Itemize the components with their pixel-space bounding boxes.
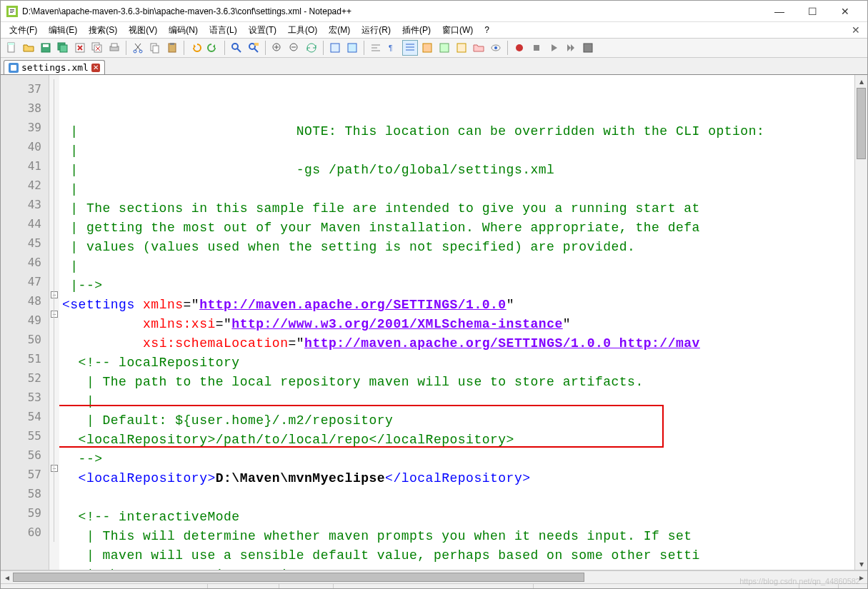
menu-settings[interactable]: 设置(T) [244,23,281,38]
doc-map-icon[interactable] [437,40,452,56]
menubar-close-icon[interactable]: ✕ [852,24,860,36]
stop-icon[interactable] [529,40,544,56]
indent-icon[interactable] [402,40,418,56]
code-line[interactable]: <!-- localRepository [59,353,854,373]
code-line[interactable]: | -gs /path/to/global/settings.xml [59,161,854,180]
toolbar: ¶ [1,38,867,58]
scroll-left-icon[interactable]: ◂ [1,573,13,583]
save-icon[interactable] [38,40,54,56]
monitor-icon[interactable] [488,40,504,56]
code-line[interactable]: <settings xmlns="http://maven.apache.org… [59,296,854,315]
code-line[interactable]: | the parameter in question. [59,565,854,570]
code-line[interactable]: | The sections in this sample file are i… [59,199,854,218]
close-button[interactable]: ✕ [829,1,862,22]
save-macro-icon[interactable] [580,40,596,56]
horizontal-scrollbar[interactable]: ◂ ▸ [1,570,867,583]
minimize-button[interactable]: — [763,1,796,22]
redo-icon[interactable] [205,40,221,56]
replace-icon[interactable] [246,40,261,56]
menu-window[interactable]: 窗口(W) [438,23,477,38]
scrollbar-track[interactable] [13,571,855,583]
menu-macro[interactable]: 宏(M) [324,23,354,38]
code-line[interactable]: | This will determine whether maven prom… [59,527,854,546]
find-icon[interactable] [229,40,244,56]
code-line[interactable]: | [59,392,854,411]
code-line[interactable]: <localRepository>/path/to/local/repo</lo… [59,431,854,450]
fold-toggle-icon[interactable]: − [51,465,58,472]
tab-close-icon[interactable]: ✕ [91,64,100,72]
maximize-button[interactable]: ☐ [796,1,829,22]
tab-settings-xml[interactable]: settings.xml ✕ [4,60,105,74]
zoom-out-icon[interactable] [286,40,302,56]
cut-icon[interactable] [130,40,146,56]
menu-view[interactable]: 视图(V) [124,23,161,38]
svg-rect-27 [331,44,339,52]
menu-language[interactable]: 语言(L) [205,23,241,38]
play-icon[interactable] [546,40,562,56]
indent-guide-icon[interactable] [368,40,384,56]
folder-icon[interactable] [471,40,487,56]
code-area[interactable]: | NOTE: This location can be overridden … [59,75,854,570]
scroll-down-icon[interactable]: ▾ [855,558,867,570]
word-wrap-icon[interactable] [327,40,343,56]
code-line[interactable]: | [59,141,854,161]
undo-icon[interactable] [188,40,204,56]
scroll-up-icon[interactable]: ▴ [855,75,867,87]
play-multi-icon[interactable] [563,40,579,56]
menu-run[interactable]: 运行(R) [357,23,395,38]
zoom-in-icon[interactable] [269,40,285,56]
func-list-icon[interactable] [454,40,469,56]
paste-icon[interactable] [164,40,180,56]
scrollbar-thumb[interactable] [857,88,866,159]
toolbar-separator [224,41,225,55]
menu-search[interactable]: 搜索(S) [84,23,121,38]
print-icon[interactable] [106,40,122,56]
code-line[interactable]: |--> [59,276,854,296]
code-line[interactable]: | values (values used when the setting i… [59,238,854,257]
close-file-icon[interactable] [72,40,88,56]
code-line[interactable]: | getting the most out of your Maven ins… [59,218,854,238]
svg-point-35 [516,44,523,51]
code-line[interactable]: | maven will use a sensible default valu… [59,546,854,565]
code-line[interactable]: <!-- interactiveMode [59,508,854,527]
code-line[interactable]: <localRepository>D:\Maven\mvnMyeclipse</… [59,469,854,488]
toolbar-separator [126,41,126,55]
code-line[interactable]: | Default: ${user.home}/.m2/repository [59,411,854,431]
close-all-icon[interactable] [89,40,105,56]
code-line[interactable]: | [59,257,854,276]
record-icon[interactable] [512,40,527,56]
svg-rect-32 [457,44,466,52]
sync-icon[interactable] [304,40,319,56]
new-file-icon[interactable] [4,40,19,56]
code-line[interactable]: --> [59,450,854,469]
status-position: Ln : 1 Col : 1 Pos : 1 [376,584,534,589]
code-line[interactable]: xsi:schemaLocation="http://maven.apache.… [59,334,854,353]
user-lang-icon[interactable] [419,40,435,56]
menu-plugins[interactable]: 插件(P) [398,23,435,38]
menu-encoding[interactable]: 编码(N) [164,23,202,38]
save-all-icon[interactable] [55,40,71,56]
window-controls: — ☐ ✕ [763,1,862,22]
menu-file[interactable]: 文件(F) [5,23,41,38]
open-file-icon[interactable] [21,40,36,56]
show-all-icon[interactable] [344,40,360,56]
svg-rect-30 [423,44,431,52]
svg-rect-36 [534,45,539,51]
toolbar-separator [265,41,266,55]
menu-edit[interactable]: 编辑(E) [44,23,81,38]
svg-rect-19 [153,46,159,53]
code-line[interactable] [59,488,854,508]
code-line[interactable]: | The path to the local repository maven… [59,373,854,392]
show-symbol-icon[interactable]: ¶ [385,40,401,56]
scrollbar-thumb[interactable] [13,573,584,582]
fold-toggle-icon[interactable]: − [51,311,58,318]
code-line[interactable]: | NOTE: This location can be overridden … [59,122,854,141]
menu-help[interactable]: ? [480,24,494,36]
vertical-scrollbar[interactable]: ▴ ▾ [854,75,867,570]
fold-toggle-icon[interactable]: − [51,291,58,298]
watermark: https://blog.csdn.net/qn_44860582 [739,577,860,585]
code-line[interactable]: | [59,180,854,199]
copy-icon[interactable] [147,40,163,56]
code-line[interactable]: xmlns:xsi="http://www.w3.org/2001/XMLSch… [59,315,854,334]
menu-tools[interactable]: 工具(O) [284,23,321,38]
